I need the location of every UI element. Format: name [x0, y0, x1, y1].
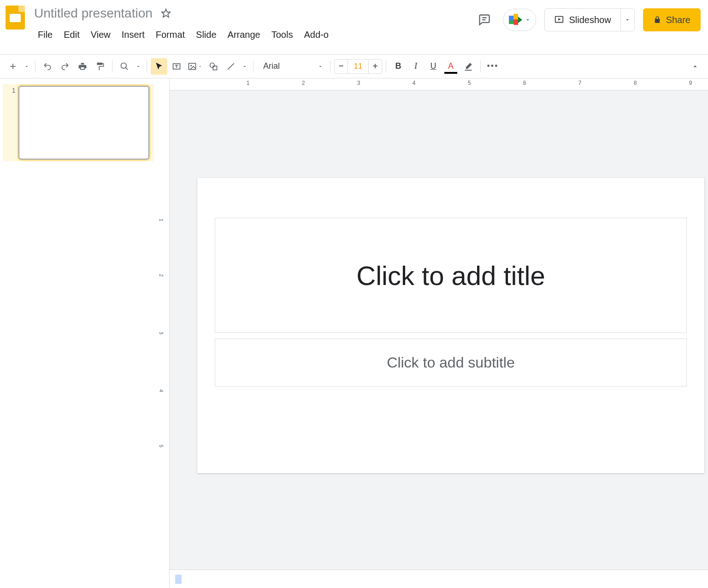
shape-button[interactable] — [205, 58, 222, 75]
explore-button[interactable] — [175, 575, 182, 584]
text-color-button[interactable]: A — [442, 58, 459, 75]
svg-line-16 — [228, 63, 234, 69]
vertical-ruler[interactable]: 1 2 3 4 5 — [157, 78, 170, 588]
minus-icon: − — [339, 61, 344, 71]
google-meet-icon — [509, 14, 523, 26]
font-size-increase[interactable]: + — [368, 59, 382, 74]
menu-slide[interactable]: Slide — [191, 28, 221, 42]
app-header: Untitled presentation File Edit View Ins… — [0, 0, 708, 54]
redo-icon — [60, 62, 70, 71]
workspace: 1 1 2 3 4 5 1 2 3 4 5 6 7 8 9 — [0, 78, 708, 588]
chevron-up-icon — [691, 62, 699, 71]
new-slide-dropdown[interactable] — [22, 58, 31, 75]
underline-button[interactable]: U — [425, 58, 442, 75]
textbox-button[interactable] — [168, 58, 185, 75]
svg-rect-15 — [213, 66, 217, 70]
filmstrip[interactable]: 1 — [0, 78, 157, 588]
toolbar-separator — [35, 60, 35, 72]
bold-button[interactable]: B — [390, 58, 407, 75]
bottom-bar — [170, 570, 708, 588]
slides-logo-icon — [6, 6, 25, 30]
document-title-input[interactable]: Untitled presentation — [33, 6, 153, 21]
collapse-toolbar-button[interactable] — [687, 58, 703, 75]
highlight-button[interactable] — [460, 58, 477, 75]
title-placeholder[interactable]: Click to add title — [215, 218, 687, 333]
toolbar-separator — [112, 60, 112, 72]
new-slide-button[interactable] — [5, 58, 21, 75]
slideshow-group: Slideshow — [544, 8, 634, 31]
line-icon — [226, 62, 236, 71]
toolbar-separator — [253, 60, 254, 72]
highlight-icon — [463, 61, 473, 71]
plus-icon — [8, 62, 18, 71]
toolbar-separator — [386, 60, 386, 72]
header-actions: Slideshow Share — [474, 8, 701, 31]
chevron-down-icon — [24, 64, 30, 69]
image-button[interactable] — [186, 58, 204, 75]
chevron-down-icon — [318, 64, 323, 69]
toolbar-separator — [480, 60, 481, 72]
font-size-decrease[interactable]: − — [334, 59, 348, 74]
slide-stage[interactable]: Click to add title Click to add subtitle — [170, 90, 708, 588]
ruler-tick: 5 — [468, 80, 471, 86]
cursor-icon — [154, 62, 164, 71]
ruler-tick: 5 — [159, 445, 164, 447]
italic-icon: I — [414, 61, 417, 71]
font-family-select[interactable]: Arial — [257, 59, 326, 74]
undo-button[interactable] — [39, 58, 56, 75]
toolbar-separator — [147, 60, 147, 72]
menu-tools[interactable]: Tools — [267, 28, 298, 42]
comments-button[interactable] — [474, 10, 495, 30]
horizontal-ruler[interactable]: 1 2 3 4 5 6 7 8 9 — [170, 78, 708, 90]
filmstrip-item[interactable]: 1 — [3, 84, 154, 161]
ruler-tick: 8 — [634, 80, 637, 86]
line-dropdown[interactable] — [240, 58, 249, 75]
line-button[interactable] — [223, 58, 239, 75]
meet-button[interactable] — [503, 9, 536, 31]
ruler-tick: 9 — [689, 80, 692, 86]
lock-icon — [653, 16, 661, 24]
menu-view[interactable]: View — [86, 28, 115, 42]
undo-icon — [43, 62, 52, 71]
select-tool-button[interactable] — [151, 58, 167, 75]
svg-rect-12 — [189, 63, 196, 69]
chevron-down-icon — [525, 17, 531, 23]
star-button[interactable] — [158, 6, 174, 21]
subtitle-placeholder[interactable]: Click to add subtitle — [215, 339, 687, 386]
ruler-tick: 1 — [247, 80, 250, 86]
toolbar: Arial − + B I U A ••• — [0, 54, 708, 78]
svg-point-14 — [210, 63, 215, 67]
paint-format-button[interactable] — [92, 58, 108, 75]
play-rect-icon — [554, 15, 564, 25]
slide-thumbnail[interactable] — [18, 86, 149, 160]
ruler-tick: 2 — [159, 274, 164, 277]
share-button[interactable]: Share — [643, 8, 701, 31]
paint-roller-icon — [95, 62, 105, 71]
chevron-down-icon — [242, 64, 248, 69]
ruler-tick: 3 — [159, 332, 164, 334]
more-button[interactable]: ••• — [484, 58, 501, 75]
menu-file[interactable]: File — [33, 28, 57, 42]
menu-addons[interactable]: Add-o — [299, 28, 333, 42]
slide-canvas[interactable]: Click to add title Click to add subtitle — [197, 178, 704, 473]
ruler-tick: 3 — [357, 80, 360, 86]
slideshow-button[interactable]: Slideshow — [544, 8, 620, 31]
ruler-tick: 4 — [413, 80, 416, 86]
zoom-button[interactable] — [116, 58, 133, 75]
font-size-input[interactable] — [348, 59, 368, 74]
print-button[interactable] — [74, 58, 91, 75]
canvas-area: 1 2 3 4 5 1 2 3 4 5 6 7 8 9 Click to add… — [157, 78, 708, 588]
menu-insert[interactable]: Insert — [117, 28, 149, 42]
menu-arrange[interactable]: Arrange — [223, 28, 265, 42]
redo-button[interactable] — [57, 58, 73, 75]
slideshow-dropdown[interactable] — [621, 8, 635, 31]
font-family-value: Arial — [263, 61, 280, 71]
bold-icon: B — [395, 61, 401, 71]
slides-app-logo[interactable] — [6, 6, 28, 28]
chevron-down-icon — [624, 17, 631, 23]
menu-format[interactable]: Format — [151, 28, 189, 42]
toolbar-separator — [330, 60, 330, 72]
menu-edit[interactable]: Edit — [59, 28, 84, 42]
zoom-dropdown[interactable] — [134, 58, 143, 75]
italic-button[interactable]: I — [407, 58, 424, 75]
